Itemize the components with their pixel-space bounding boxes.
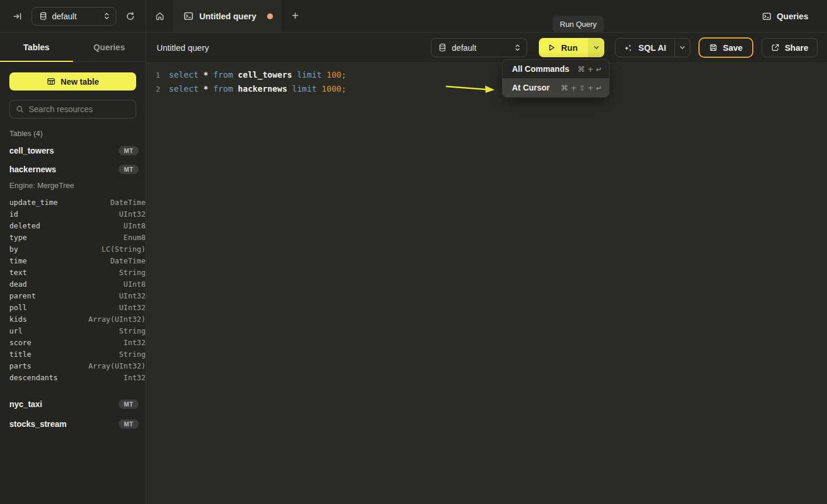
tab-strip: Untitled query +: [146, 0, 757, 32]
column-type: Array(UInt32): [88, 315, 146, 324]
sidebar-tabs: Tables Queries: [0, 33, 146, 62]
column-name: by: [9, 245, 102, 253]
database-selector[interactable]: default: [32, 7, 116, 26]
share-button[interactable]: Share: [762, 38, 818, 57]
column-name: poll: [9, 303, 119, 312]
menu-item-label: All Commands: [512, 64, 569, 74]
search-input[interactable]: [29, 105, 130, 114]
new-table-label: New table: [61, 77, 99, 86]
new-table-button[interactable]: New table: [9, 72, 136, 91]
tab-label: Untitled query: [199, 12, 261, 21]
table-row-stocks-stream[interactable]: stocks_stream MT: [0, 416, 146, 432]
menu-item-at-cursor[interactable]: At Cursor ⌘ + ⇧ + ↵: [503, 78, 609, 97]
engine-detail: Engine: MergeTree: [9, 181, 146, 190]
save-button[interactable]: Save: [698, 37, 753, 58]
table-row-nyc-taxi[interactable]: nyc_taxi MT: [0, 396, 146, 412]
run-split-button: Run: [539, 38, 604, 57]
column-row: urlString: [0, 325, 146, 336]
sidebar-tab-queries[interactable]: Queries: [73, 33, 146, 61]
column-type: Array(UInt32): [88, 362, 146, 370]
code-text: select * from hackernews limit 1000;: [169, 84, 346, 93]
column-row: deadUInt8: [0, 278, 146, 290]
column-type: UInt8: [123, 280, 146, 289]
column-name: descendants: [9, 373, 123, 382]
editor-line-1: 1 select * from cell_towers limit 100;: [146, 68, 827, 82]
chevron-updown-icon: [514, 43, 521, 52]
table-name: stocks_stream: [9, 419, 119, 429]
sql-ai-button[interactable]: SQL AI: [615, 39, 674, 57]
refresh-icon: [126, 12, 135, 21]
column-name: parent: [9, 291, 119, 300]
table-row-cell-towers[interactable]: cell_towers MT: [0, 142, 146, 159]
query-title: Untitled query: [157, 43, 209, 53]
column-name: time: [9, 256, 110, 265]
column-row: typeEnum8: [0, 231, 146, 243]
table-name: hackernews: [9, 165, 119, 174]
tables-section-label: Tables (4): [9, 129, 146, 138]
column-type: UInt8: [123, 221, 146, 230]
column-name: type: [9, 233, 123, 242]
search-box: [9, 100, 136, 119]
menu-item-shortcut: ⌘ + ↵: [578, 65, 602, 74]
column-name: url: [9, 326, 119, 335]
sql-number: 100;: [327, 70, 347, 79]
column-row: parentUInt32: [0, 290, 146, 301]
collapse-sidebar-icon: [13, 12, 22, 21]
table-icon: [47, 77, 56, 86]
sidebar-tab-queries-label: Queries: [94, 43, 125, 52]
column-name: id: [9, 210, 119, 218]
database-icon: [438, 43, 447, 52]
column-name: dead: [9, 280, 123, 289]
share-icon: [771, 43, 780, 52]
run-options-caret[interactable]: [588, 38, 604, 57]
home-button[interactable]: [146, 0, 173, 32]
sql-star: *: [203, 84, 213, 93]
engine-badge: MT: [119, 146, 139, 156]
column-name: update_time: [9, 198, 110, 207]
run-options-menu: All Commands ⌘ + ↵ At Cursor ⌘ + ⇧ + ↵: [502, 59, 610, 98]
menu-item-label: At Cursor: [512, 83, 550, 92]
column-type: Int32: [123, 338, 146, 347]
query-toolbar: Untitled query default Run: [146, 33, 827, 63]
table-name: cell_towers: [9, 146, 119, 155]
run-button[interactable]: Run: [539, 38, 588, 57]
column-row: update_timeDateTime: [0, 196, 146, 208]
chevron-down-icon: [593, 44, 600, 51]
column-row: scoreInt32: [0, 336, 146, 348]
column-row: idUInt32: [0, 208, 146, 220]
sql-number: 1000;: [321, 84, 346, 93]
refresh-button[interactable]: [122, 8, 139, 25]
engine-badge: MT: [119, 165, 139, 175]
home-icon: [155, 11, 165, 21]
queries-button[interactable]: Queries: [757, 8, 813, 25]
column-type: String: [119, 268, 146, 277]
column-type: UInt32: [119, 303, 146, 312]
sql-keyword: select: [169, 70, 203, 79]
engine-badge: MT: [119, 419, 139, 429]
column-row: titleString: [0, 348, 146, 360]
menu-item-all-commands[interactable]: All Commands ⌘ + ↵: [503, 60, 609, 78]
table-row-hackernews[interactable]: hackernews MT: [0, 161, 146, 178]
engine-badge: MT: [119, 399, 139, 409]
menu-item-shortcut: ⌘ + ⇧ + ↵: [561, 84, 602, 92]
column-name: deleted: [9, 221, 123, 230]
sql-editor[interactable]: 1 select * from cell_towers limit 100; 2…: [146, 63, 827, 96]
sql-keyword: select: [169, 84, 203, 93]
column-name: parts: [9, 362, 88, 370]
sql-ai-caret[interactable]: [674, 39, 690, 57]
unsaved-changes-dot: [267, 13, 273, 19]
sidebar-tab-tables[interactable]: Tables: [0, 33, 73, 61]
sql-ai-label: SQL AI: [638, 43, 666, 53]
column-list: update_timeDateTime idUInt32 deletedUInt…: [0, 196, 146, 383]
toolbar-database-selector[interactable]: default: [431, 38, 527, 57]
tab-untitled-query[interactable]: Untitled query: [173, 0, 281, 32]
column-row: descendantsInt32: [0, 371, 146, 383]
sidebar-body: New table: [0, 62, 146, 119]
share-button-label: Share: [785, 43, 808, 53]
collapse-sidebar-button[interactable]: [9, 8, 26, 25]
new-tab-button[interactable]: +: [281, 0, 309, 32]
queries-terminal-icon: [762, 12, 771, 21]
chevron-updown-icon: [103, 12, 110, 20]
main-area: Untitled query default Run: [146, 33, 827, 504]
column-type: DateTime: [110, 198, 146, 207]
